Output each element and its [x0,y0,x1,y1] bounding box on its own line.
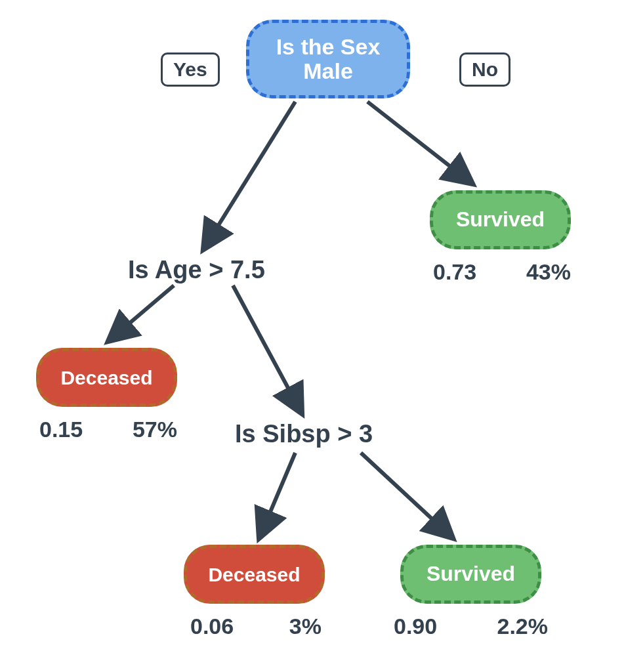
leaf-label: Deceased [208,564,300,585]
stat-prob: 0.90 [394,614,437,639]
stat-prob: 0.15 [39,417,83,442]
branch-label-yes: Yes [161,52,220,87]
leaf-label: Survived [426,562,515,585]
svg-line-2 [108,285,174,341]
svg-line-0 [203,102,295,249]
leaf-survived-no: Survived [430,190,571,249]
decision-age: Is Age > 7.5 [128,256,265,284]
stat-prob: 0.06 [190,614,234,639]
leaf-survived-sibsp-no: Survived [400,545,541,604]
root-node: Is the Sex Male [246,20,410,98]
stat-prob: 0.73 [433,259,476,285]
stats-survived-sibsp-no: 0.90 2.2% [394,614,548,639]
leaf-label: Survived [456,208,545,231]
leaf-deceased-age-yes: Deceased [36,348,177,407]
root-question-line2: Male [303,58,353,83]
stat-pct: 57% [133,417,177,442]
svg-line-4 [259,453,295,538]
leaf-deceased-sibsp-yes: Deceased [184,545,325,604]
stat-pct: 2.2% [497,614,549,639]
decision-tree-diagram: Is the Sex Male Yes No Survived 0.73 43%… [0,0,624,672]
svg-line-5 [361,453,453,538]
leaf-label: Deceased [60,367,152,388]
branch-label-no: No [459,52,510,87]
svg-line-3 [233,285,302,413]
stat-pct: 43% [526,259,571,285]
stats-survived-no: 0.73 43% [433,259,571,285]
stat-pct: 3% [289,614,322,639]
stats-deceased-age-yes: 0.15 57% [39,417,177,442]
stats-deceased-sibsp-yes: 0.06 3% [190,614,322,639]
svg-line-1 [367,102,472,184]
root-question-line1: Is the Sex [276,34,381,59]
decision-sibsp: Is Sibsp > 3 [235,420,373,448]
